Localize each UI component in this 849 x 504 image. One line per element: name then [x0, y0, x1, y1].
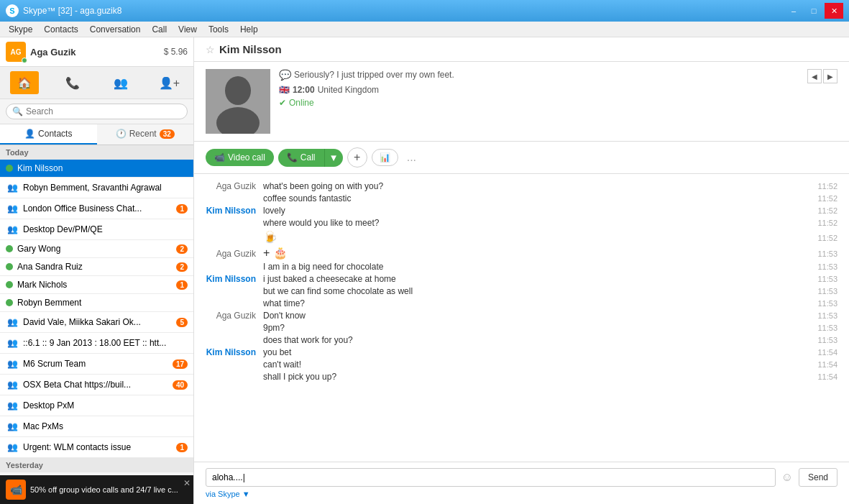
avatar[interactable]: AG	[6, 42, 26, 62]
profile-next-button[interactable]: ▶	[823, 69, 837, 83]
status-dot	[6, 299, 13, 306]
list-item[interactable]: 👥 Urgent: WLM contacts issue 1	[0, 437, 193, 458]
message-time: 11:52	[817, 234, 837, 242]
menu-bar: Skype Contacts Conversation Call View To…	[0, 22, 849, 37]
group-icon: 👥	[6, 420, 19, 433]
call-button[interactable]: 📞	[58, 71, 87, 94]
chat-contact-name: Kim Nilsson	[219, 43, 282, 55]
search-input[interactable]	[26, 106, 181, 116]
list-item[interactable]: Mark Nichols 1	[0, 276, 193, 294]
flag-icon: 🇬🇧	[279, 85, 290, 95]
menu-call[interactable]: Call	[146, 23, 173, 36]
contacts-button[interactable]: 👥	[106, 71, 135, 94]
contact-name: Urgent: WLM contacts issue	[23, 442, 172, 452]
section-today: Today	[0, 145, 193, 160]
svg-point-1	[225, 76, 251, 105]
message-input[interactable]	[206, 468, 776, 487]
list-item[interactable]: Kim Nilsson	[0, 160, 193, 178]
contact-badge: 1	[176, 280, 188, 290]
recent-badge: 32	[160, 129, 175, 139]
contact-name: Robyn Bemment, Sravanthi Agrawal	[23, 183, 188, 193]
contact-name: OSX Beta Chat https://buil...	[23, 380, 168, 390]
home-button[interactable]: 🏠	[10, 71, 39, 94]
group-icon: 👥	[6, 357, 19, 370]
list-item[interactable]: Robyn Bemment	[0, 294, 193, 312]
menu-tools[interactable]: Tools	[203, 23, 234, 36]
left-panel: AG Aga Guzik $ 5.96 🏠 📞 👥 👤+ 🔍 👤	[0, 37, 194, 504]
add-button[interactable]: +	[347, 147, 367, 168]
message-time: 11:52	[817, 206, 837, 215]
close-button[interactable]: ✕	[825, 3, 843, 19]
video-call-button[interactable]: 📹 Video call	[206, 149, 274, 166]
menu-contacts[interactable]: Contacts	[38, 23, 83, 36]
send-button[interactable]: Send	[799, 468, 837, 487]
minimize-button[interactable]: –	[784, 3, 803, 19]
contact-name: Robyn Bemment	[17, 298, 188, 308]
more-dots[interactable]: ...	[407, 151, 416, 164]
profile-prev-button[interactable]: ◀	[807, 69, 822, 83]
message-time: 11:52	[817, 182, 837, 191]
table-row: Kim Nilsson i just baked a cheesecake at…	[206, 274, 837, 284]
list-item[interactable]: Ana Sandra Ruiz 2	[0, 258, 193, 276]
group-icon: 👥	[6, 202, 19, 215]
profile-message: 💬 Seriously? I just tripped over my own …	[279, 69, 799, 81]
restore-button[interactable]: □	[804, 3, 823, 19]
add-contact-button[interactable]: 👤+	[155, 71, 183, 94]
group-icon: 👥	[6, 223, 19, 236]
menu-view[interactable]: View	[173, 23, 203, 36]
list-item[interactable]: 👥 David Vale, Miikka Sakari Ok... 5	[0, 312, 193, 333]
table-row: what time? 11:53	[206, 298, 837, 308]
contact-badge: 1	[176, 204, 188, 214]
chart-icon: 📊	[380, 152, 390, 162]
message-bubble-icon: 💬	[279, 69, 291, 81]
account-name: Aga Guzik	[30, 47, 76, 58]
message-text: 🍺	[263, 230, 810, 244]
chart-button[interactable]: 📊	[372, 149, 398, 166]
list-item[interactable]: 👥 Mac PxMs	[0, 416, 193, 437]
promo-close-button[interactable]: ✕	[183, 478, 191, 488]
star-icon[interactable]: ☆	[206, 44, 215, 55]
list-item[interactable]: 👥 M6 Scrum Team 17	[0, 354, 193, 375]
tab-contacts[interactable]: 👤 Contacts	[0, 124, 97, 145]
account-header: AG Aga Guzik $ 5.96	[0, 37, 193, 67]
promo-icon: 📹	[6, 480, 26, 500]
menu-help[interactable]: Help	[234, 23, 264, 36]
account-balance[interactable]: $ 5.96	[164, 47, 188, 57]
group-icon: 👥	[6, 181, 19, 194]
list-item[interactable]: 👥 OSX Beta Chat https://buil... 40	[0, 375, 193, 395]
list-item[interactable]: 👥 Desktop Dev/PM/QE	[0, 219, 193, 240]
list-item[interactable]: 👥 Desktop PxM	[0, 395, 193, 416]
via-skype-link[interactable]: Skype	[218, 490, 240, 498]
list-item[interactable]: 👥 Robyn Bemment, Sravanthi Agrawal	[0, 178, 193, 198]
promo-text[interactable]: 50% off group video calls and 24/7 live …	[30, 485, 178, 494]
menu-conversation[interactable]: Conversation	[84, 23, 147, 36]
table-row: Aga Guzik Don't know 11:53	[206, 311, 837, 321]
sender-label: Aga Guzik	[206, 181, 263, 191]
sender-label: Kim Nilsson	[206, 347, 263, 357]
list-item[interactable]: 👥 ::6.1 :: 9 Jan 2013 : 18.00 EET :: htt…	[0, 333, 193, 354]
sender-label: Kim Nilsson	[206, 274, 263, 284]
menu-skype[interactable]: Skype	[3, 23, 38, 36]
message-text: where would you like to meet?	[263, 218, 810, 228]
message-time: 11:54	[817, 348, 837, 357]
contact-name: London Office Business Chat...	[23, 203, 172, 214]
message-text: you bet	[263, 347, 810, 357]
message-text: I am in a big need for chocolate	[263, 262, 810, 272]
call-button[interactable]: 📞 Call	[278, 149, 324, 167]
emoji-button[interactable]: ☺	[781, 471, 793, 484]
tab-recent[interactable]: 🕐 Recent 32	[97, 124, 194, 145]
contact-badge: 40	[173, 380, 188, 390]
profile-nav: ◀ ▶	[807, 69, 837, 83]
contact-badge: 5	[176, 318, 188, 327]
message-text: lovely	[263, 206, 810, 216]
group-icon: 👥	[6, 441, 19, 454]
title-bar: S Skype™ [32] - aga.guzik8 – □ ✕	[0, 0, 849, 22]
list-item[interactable]: Gary Wong 2	[0, 240, 193, 258]
table-row: but we can find some chocolate as well 1…	[206, 286, 837, 296]
profile-info: 💬 Seriously? I just tripped over my own …	[279, 69, 799, 108]
via-dropdown-icon[interactable]: ▼	[242, 490, 250, 498]
message-text: i just baked a cheesecake at home	[263, 274, 810, 284]
message-time: 11:53	[817, 287, 837, 295]
call-dropdown-button[interactable]: ▼	[324, 149, 343, 167]
list-item[interactable]: 👥 London Office Business Chat... 1	[0, 198, 193, 219]
